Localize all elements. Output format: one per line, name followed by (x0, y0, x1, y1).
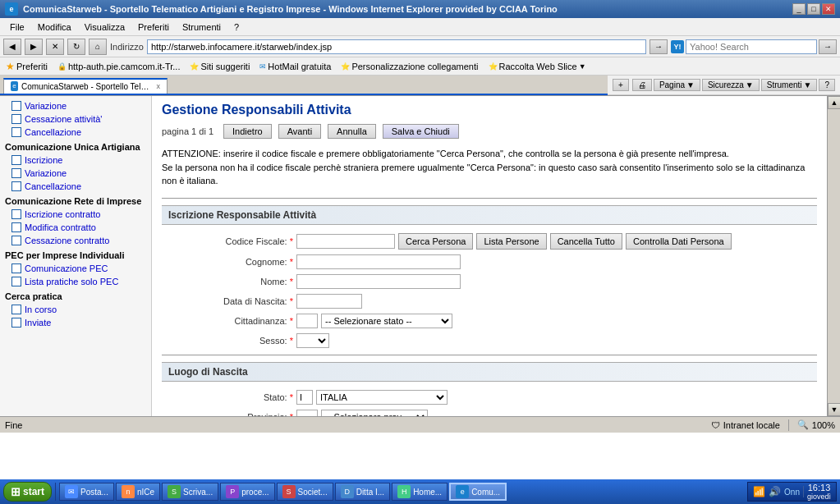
scroll-down-button[interactable]: ▼ (828, 403, 840, 416)
minimize-button[interactable]: _ (792, 3, 806, 15)
search-go-button[interactable]: → (819, 39, 837, 54)
forward-button[interactable]: ▶ (25, 39, 43, 55)
go-button[interactable]: → (650, 39, 668, 54)
sidebar-item-cancellazione-0[interactable]: Cancellazione (0, 126, 151, 139)
codice-fiscale-input[interactable] (296, 234, 395, 249)
required-star: * (290, 236, 293, 246)
add-tab-button[interactable]: + (613, 79, 629, 91)
taskbar-btn-4[interactable]: S Societ... (277, 483, 333, 501)
clock: 16:13 giovedì (807, 483, 831, 501)
menu-file[interactable]: File (3, 21, 31, 34)
sidebar-item-lista-pratiche[interactable]: Lista pratiche solo PEC (0, 275, 151, 288)
tools-chevron-icon: ▼ (804, 80, 812, 89)
favorites-button[interactable]: ★ Preferiti (3, 60, 50, 73)
refresh-button[interactable]: ↻ (67, 39, 85, 55)
favorites-item-3[interactable]: ⭐ Personalizzazione collegamenti (338, 61, 480, 72)
stato-code-input[interactable] (296, 390, 313, 405)
cognome-input[interactable] (296, 254, 461, 269)
nome-input[interactable] (296, 274, 461, 289)
scrollbar[interactable]: ▲ ▼ (827, 96, 840, 416)
menu-preferiti[interactable]: Preferiti (131, 21, 176, 34)
taskbar-icon-5: D (341, 485, 354, 498)
sidebar-item-cessazione-contratto[interactable]: Cessazione contratto (0, 234, 151, 247)
salva-chiudi-button[interactable]: Salva e Chiudi (383, 124, 459, 139)
taskbar-btn-2[interactable]: S Scriva... (162, 483, 218, 501)
data-nascita-input[interactable] (296, 294, 362, 309)
provincia-select[interactable]: -- Selezionare prov. -- (321, 410, 428, 417)
stato-select[interactable]: ITALIA (316, 390, 448, 405)
nome-row: Nome: * (162, 274, 817, 289)
sidebar-item-modifica-contratto[interactable]: Modifica contratto (0, 221, 151, 234)
avanti-button[interactable]: Avanti (278, 124, 321, 139)
annulla-button[interactable]: Annulla (328, 124, 376, 139)
pagination-label: pagina 1 di 1 (162, 126, 213, 136)
scroll-up-button[interactable]: ▲ (828, 96, 840, 109)
print-button[interactable]: 🖨 (632, 79, 652, 91)
fav-icon-0: 🔒 (57, 62, 67, 71)
taskbar-btn-0[interactable]: ✉ Posta... (59, 483, 114, 501)
tray-label: Onn (784, 488, 800, 497)
windows-logo-icon: ⊞ (11, 485, 21, 498)
cancella-tutto-button[interactable]: Cancella Tutto (550, 233, 622, 250)
cittadinanza-select[interactable]: -- Selezionare stato -- (321, 314, 452, 328)
taskbar-btn-3[interactable]: P proce... (220, 483, 274, 501)
fav-icon-1: ⭐ (190, 62, 199, 71)
page-button[interactable]: Pagina ▼ (654, 79, 700, 91)
menu-visualizza[interactable]: Visualizza (78, 21, 131, 34)
provincia-code-input[interactable] (296, 410, 318, 417)
maximize-button[interactable]: □ (807, 3, 820, 15)
favorites-item-0[interactable]: 🔒 http-auth.pie.camcom.it-Tr... (55, 61, 183, 72)
taskbar-systray: 📶 🔊 Onn 16:13 giovedì (747, 482, 837, 502)
address-input[interactable] (147, 39, 646, 54)
menu-strumenti[interactable]: Strumenti (176, 21, 227, 34)
sidebar-item-iscrizione-cua[interactable]: Iscrizione (0, 153, 151, 167)
favorites-item-4[interactable]: ⭐ Raccolta Web Slice ▼ (486, 61, 589, 72)
bullet-icon-7 (11, 222, 21, 232)
sidebar-section-cerca: Cerca pratica (0, 288, 151, 303)
scroll-track[interactable] (828, 109, 840, 403)
window-title: ComunicaStarweb - Sportello Telematico A… (23, 4, 558, 14)
stop-button[interactable]: ✕ (46, 39, 64, 55)
sidebar-section-cri: Comunicazione Rete di Imprese (0, 193, 151, 208)
menu-modifica[interactable]: Modifica (31, 21, 78, 34)
search-input[interactable] (686, 39, 817, 54)
taskbar-btn-6[interactable]: H Home... (392, 483, 448, 501)
menu-help[interactable]: ? (227, 21, 246, 34)
bullet-icon-8 (11, 236, 21, 245)
tab-close-icon[interactable]: x (157, 82, 161, 90)
back-button[interactable]: ◀ (3, 39, 21, 55)
cittadinanza-code-input[interactable] (296, 314, 318, 328)
taskbar-btn-5[interactable]: D Ditta I... (335, 483, 390, 501)
active-tab[interactable]: e ComunicaStarweb - Sportello Telematico… (3, 78, 168, 94)
sidebar-item-iscrizione-contratto[interactable]: Iscrizione contratto (0, 208, 151, 221)
sidebar-item-inviate[interactable]: Inviate (0, 316, 151, 329)
security-button[interactable]: Sicurezza ▼ (702, 79, 760, 91)
favorites-item-1[interactable]: ⭐ Siti suggeriti (187, 61, 252, 72)
taskbar-btn-7[interactable]: e Comu... (449, 483, 507, 501)
help-button[interactable]: ? (819, 79, 835, 91)
sidebar-item-variazione-cua[interactable]: Variazione (0, 167, 151, 180)
sesso-label: Sesso: * (162, 336, 293, 346)
sidebar-item-in-corso[interactable]: In corso (0, 303, 151, 316)
close-button[interactable]: ✕ (822, 3, 835, 15)
sidebar-item-variazione[interactable]: Variazione (0, 99, 151, 112)
sidebar-item-cancellazione-cua[interactable]: Cancellazione (0, 180, 151, 193)
cognome-row: Cognome: * (162, 254, 817, 269)
controlla-dati-button[interactable]: Controlla Dati Persona (626, 233, 732, 250)
tools-button[interactable]: Strumenti ▼ (761, 79, 818, 91)
lista-persone-button[interactable]: Lista Persone (476, 233, 546, 250)
favorites-item-2[interactable]: ✉ HotMail gratuita (257, 61, 333, 72)
page-chevron-icon: ▼ (686, 80, 695, 89)
home-button[interactable]: ⌂ (89, 39, 107, 55)
start-button[interactable]: ⊞ start (3, 482, 52, 502)
indietro-button[interactable]: Indietro (223, 124, 272, 139)
required-star-3: * (290, 277, 293, 286)
sidebar-item-comunicazione-pec[interactable]: Comunicazione PEC (0, 262, 151, 275)
provincia-row: Provincia: * -- Selezionare prov. -- (162, 410, 817, 417)
page-navigation: pagina 1 di 1 Indietro Avanti Annulla Sa… (162, 124, 817, 139)
sesso-select[interactable] (296, 333, 329, 348)
taskbar-btn-1[interactable]: n nICe (116, 483, 160, 501)
luogo-section-header: Luogo di Nascita (162, 362, 817, 382)
cerca-persona-button[interactable]: Cerca Persona (398, 233, 473, 250)
sidebar-item-cessazione-attivita[interactable]: Cessazione attività' (0, 112, 151, 126)
